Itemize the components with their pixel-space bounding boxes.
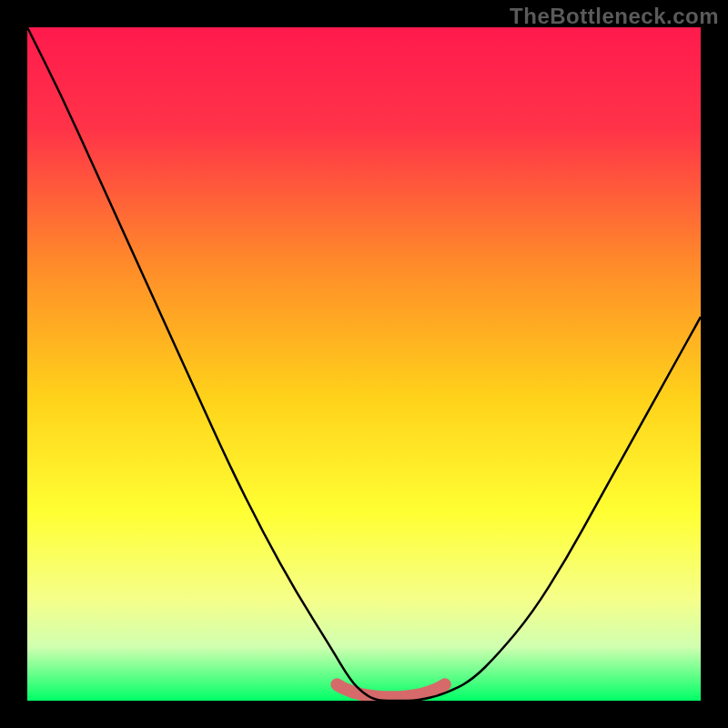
- plot-area: [27, 27, 701, 701]
- bottleneck-chart: [27, 27, 701, 701]
- chart-frame: TheBottleneck.com: [0, 0, 728, 728]
- watermark-text: TheBottleneck.com: [510, 4, 719, 29]
- chart-background-gradient: [27, 27, 701, 701]
